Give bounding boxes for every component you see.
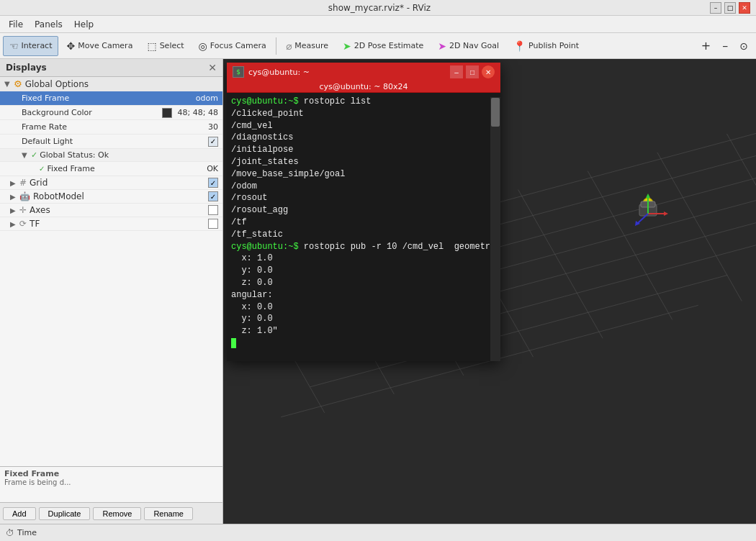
menu-file[interactable]: File: [3, 18, 29, 31]
status-text: Time: [17, 528, 37, 537]
terminal-close-button[interactable]: ✕: [482, 65, 495, 78]
terminal-line-13: x: 1.0: [231, 253, 496, 265]
minimize-button[interactable]: –: [710, 2, 721, 14]
bottom-toolbar: Add Duplicate Remove Rename: [0, 502, 222, 524]
robot-model-item[interactable]: ▶ 🤖 RobotModel ✓: [0, 190, 222, 204]
background-color-label: Background Color: [22, 108, 162, 117]
viewport[interactable]: $ cys@ubuntu: ~ – □ ✕ cys@ubuntu: ~ 80x2…: [223, 59, 756, 524]
terminal-line-19: z: 1.0": [231, 325, 496, 337]
measure-button[interactable]: ⌀ Measure: [279, 36, 335, 56]
terminal-scroll-thumb[interactable]: [491, 98, 500, 127]
axes-arrow: ▶: [10, 206, 17, 214]
frame-rate-row[interactable]: Frame Rate 30: [0, 120, 222, 135]
tf-item[interactable]: ▶ ⟳ TF: [0, 217, 222, 231]
background-color-swatch: [162, 108, 172, 118]
focus-camera-button[interactable]: ◎ Focus Camera: [192, 36, 273, 56]
terminal-line-12: cys@ubuntu:~$ rostopic pub -r 10 /cmd_ve…: [231, 241, 496, 253]
displays-panel: Displays ✕ ▼ ⚙ Global Options Fixed Fram…: [0, 59, 223, 524]
tf-icon: ⟳: [19, 219, 27, 229]
frame-rate-value: 30: [208, 122, 218, 132]
robot-model-icon: 🤖: [19, 191, 30, 201]
interact-button[interactable]: ☜ Interact: [3, 36, 58, 56]
terminal-app-icon: $: [233, 66, 244, 78]
pose-estimate-button[interactable]: ➤ 2D Pose Estimate: [336, 36, 430, 56]
nav-goal-label: 2D Nav Goal: [449, 41, 499, 50]
remove-button[interactable]: Remove: [93, 507, 141, 520]
select-icon: ⬚: [147, 40, 156, 52]
robot-model-checkbox[interactable]: ✓: [208, 191, 218, 201]
add-icon-button[interactable]: +: [696, 36, 716, 56]
terminal-title: cys@ubuntu: ~: [248, 68, 310, 77]
default-light-checkbox[interactable]: ✓: [208, 137, 218, 147]
terminal-line-16: angular:: [231, 289, 496, 301]
terminal-line-1: /clicked_point: [231, 108, 496, 120]
terminal-line-14: y: 0.0: [231, 265, 496, 277]
global-options-label: Global Options: [25, 79, 89, 89]
status-line-2: Frame is being d...: [4, 478, 218, 486]
default-light-label: Default Light: [22, 137, 208, 146]
axes-label: Axes: [30, 205, 208, 215]
fixed-frame-status-label: Fixed Frame: [47, 164, 204, 173]
terminal-line-6: /move_base_simple/goal: [231, 168, 496, 181]
tf-label: TF: [30, 219, 208, 229]
nav-goal-button[interactable]: ➤ 2D Nav Goal: [431, 36, 505, 56]
axes-checkbox[interactable]: [208, 205, 218, 215]
fixed-frame-status-row[interactable]: ✓ Fixed Frame OK: [0, 162, 222, 176]
terminal-body[interactable]: cys@ubuntu:~$ rostopic list /clicked_poi…: [227, 93, 500, 361]
global-options-header[interactable]: ▼ ⚙ Global Options: [0, 77, 222, 91]
title-bar: show_mycar.rviz* - RViz – □ ✕: [0, 0, 756, 16]
focus-camera-icon: ◎: [199, 40, 207, 52]
tf-checkbox[interactable]: [208, 219, 218, 229]
terminal-maximize-button[interactable]: □: [466, 65, 479, 78]
select-label: Select: [160, 41, 184, 50]
tf-arrow: ▶: [10, 220, 17, 228]
rename-button[interactable]: Rename: [144, 507, 193, 520]
terminal-line-7: /odom: [231, 181, 496, 193]
window-title: show_mycar.rviz* - RViz: [49, 3, 710, 13]
publish-point-button[interactable]: 📍 Publish Point: [507, 36, 585, 56]
background-color-row[interactable]: Background Color 48; 48; 48: [0, 106, 222, 120]
add-button[interactable]: Add: [3, 507, 36, 520]
status-line-1: Fixed Frame: [4, 469, 218, 478]
terminal-line-2: /cmd_vel: [231, 120, 496, 132]
interact-icon: ☜: [9, 40, 19, 52]
terminal-cursor-line: [231, 337, 496, 350]
terminal-subtitle: cys@ubuntu: ~ 80x24: [227, 81, 500, 93]
terminal-minimize-button[interactable]: –: [450, 65, 463, 78]
pose-estimate-icon: ➤: [343, 40, 351, 52]
measure-icon: ⌀: [286, 40, 292, 52]
fixed-frame-row[interactable]: Fixed Frame odom: [0, 91, 222, 106]
default-light-row[interactable]: Default Light ✓: [0, 135, 222, 149]
menu-help[interactable]: Help: [68, 18, 99, 31]
terminal-line-8: /rosout: [231, 192, 496, 204]
grid-checkbox[interactable]: ✓: [208, 178, 218, 188]
options-icon-button[interactable]: ⊙: [734, 36, 753, 56]
global-status-arrow: ▼: [22, 151, 29, 159]
terminal-line-5: /joint_states: [231, 156, 496, 168]
time-icon: ⏱: [6, 528, 14, 538]
main-content: Displays ✕ ▼ ⚙ Global Options Fixed Fram…: [0, 59, 756, 524]
terminal-scrollbar[interactable]: [490, 97, 500, 361]
terminal-window: $ cys@ubuntu: ~ – □ ✕ cys@ubuntu: ~ 80x2…: [227, 63, 500, 361]
remove-icon-button[interactable]: –: [717, 36, 733, 56]
global-status-header[interactable]: ▼ ✓ Global Status: Ok: [0, 149, 222, 162]
terminal-line-10: /tf: [231, 217, 496, 229]
close-button[interactable]: ✕: [739, 2, 750, 14]
select-button[interactable]: ⬚ Select: [140, 36, 190, 56]
publish-point-label: Publish Point: [528, 41, 579, 50]
interact-label: Interact: [22, 41, 53, 50]
terminal-line-3: /diagnostics: [231, 132, 496, 144]
grid-item[interactable]: ▶ # Grid ✓: [0, 176, 222, 190]
terminal-line-17: x: 0.0: [231, 301, 496, 314]
grid-label: Grid: [30, 178, 208, 188]
maximize-button[interactable]: □: [724, 2, 736, 14]
axes-item[interactable]: ▶ ✛ Axes: [0, 204, 222, 217]
move-camera-label: Move Camera: [78, 41, 132, 50]
menu-panels[interactable]: Panels: [29, 18, 68, 31]
duplicate-button[interactable]: Duplicate: [39, 507, 91, 520]
global-options-arrow: ▼: [4, 80, 12, 88]
fixed-frame-value: odom: [196, 94, 218, 103]
move-camera-button[interactable]: ✥ Move Camera: [60, 36, 139, 56]
panel-close-button[interactable]: ✕: [208, 62, 217, 73]
publish-point-icon: 📍: [513, 40, 526, 52]
